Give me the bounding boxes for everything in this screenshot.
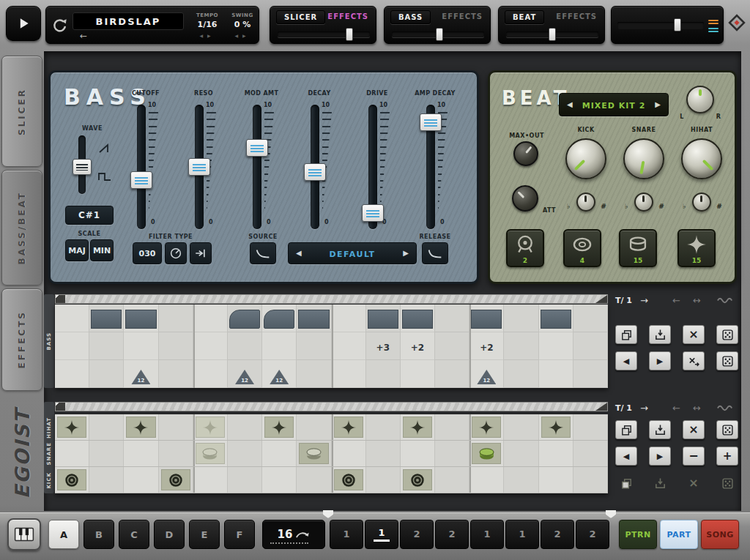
hit-kick[interactable]	[57, 469, 86, 490]
snare-step-6[interactable]	[228, 441, 262, 466]
channel-fx-toggle[interactable]: EFFECTS	[556, 12, 597, 20]
hihat-step-5[interactable]	[193, 414, 228, 440]
kick-step-16[interactable]	[573, 467, 608, 493]
bass-seq-ruler[interactable]	[55, 294, 608, 304]
note-bar[interactable]	[402, 310, 433, 329]
kick-step-4[interactable]	[159, 467, 193, 493]
keyboard-button[interactable]	[7, 518, 41, 550]
bass-step-10[interactable]: +3	[366, 305, 401, 388]
hit-kick[interactable]	[334, 469, 363, 490]
channel-name-button[interactable]: BASS	[390, 10, 431, 24]
hihat-step-7[interactable]	[262, 414, 297, 440]
hihat-step-16[interactable]	[573, 414, 608, 440]
fader-track[interactable]	[253, 105, 261, 229]
bass-step-9[interactable]	[332, 305, 366, 388]
hihat-step-6[interactable]	[228, 414, 262, 440]
plus-button[interactable]: +	[716, 447, 738, 466]
snare-step-10[interactable]	[366, 441, 401, 466]
snare-step-3[interactable]	[124, 441, 158, 466]
bass-step-14[interactable]	[504, 305, 538, 388]
master-slider-track[interactable]	[617, 22, 704, 29]
nudge-right-icon[interactable]: →	[640, 403, 648, 413]
bass-step-5[interactable]	[193, 305, 228, 388]
loop-end-handle[interactable]	[595, 403, 607, 411]
kick-step-10[interactable]	[366, 467, 401, 493]
filter-route-button[interactable]	[190, 242, 212, 264]
snare-step-5[interactable]	[193, 441, 228, 466]
snare-step-15[interactable]	[539, 441, 573, 466]
hihat-step-4[interactable]	[159, 414, 193, 440]
copy-button[interactable]	[615, 420, 637, 439]
wave-mode-icon[interactable]	[716, 296, 734, 305]
fader-handle[interactable]	[130, 171, 152, 189]
note-bar[interactable]	[298, 310, 329, 329]
beat-seq-ruler[interactable]	[55, 402, 608, 411]
kick-step-14[interactable]	[504, 467, 538, 493]
hit-snare[interactable]	[472, 443, 501, 464]
bass-step-2[interactable]	[89, 305, 124, 388]
filter-value-display[interactable]: 030	[133, 242, 162, 264]
clear-button[interactable]: ×	[683, 325, 705, 344]
bass-step-4[interactable]	[159, 305, 193, 388]
fader-handle[interactable]	[246, 139, 268, 157]
tri-left-button[interactable]: ◀	[615, 447, 637, 466]
length-display[interactable]: 16	[262, 520, 325, 549]
bar-7[interactable]: 2	[541, 520, 574, 549]
kick-step-15[interactable]	[539, 467, 573, 493]
hihat-step-3[interactable]	[124, 414, 158, 440]
snare-step-4[interactable]	[159, 441, 193, 466]
kick-step-6[interactable]	[228, 467, 262, 493]
pattern-C[interactable]: C	[119, 520, 149, 549]
snare-step-7[interactable]	[262, 441, 297, 466]
kick-step-11[interactable]	[401, 467, 435, 493]
hihat-step-8[interactable]	[297, 414, 331, 440]
tab-bass-beat[interactable]: BASS/BEAT	[1, 170, 42, 285]
tri-left-button[interactable]: ◀	[615, 351, 637, 370]
slide-marker[interactable]: 12	[477, 370, 496, 384]
fader-handle[interactable]	[362, 204, 384, 222]
hit-hihat[interactable]	[264, 417, 294, 438]
mode-part[interactable]: PART	[660, 520, 698, 549]
bar-1[interactable]: 1	[330, 520, 363, 549]
hihat-step-1[interactable]	[55, 414, 89, 440]
snare-step-9[interactable]	[332, 441, 366, 466]
hit-kick[interactable]	[161, 469, 190, 490]
loop-start-handle[interactable]	[56, 403, 65, 411]
kick-step-5[interactable]	[193, 467, 228, 493]
bar-4[interactable]: 2	[435, 520, 469, 549]
release-env-button[interactable]	[422, 242, 448, 264]
copy-button[interactable]	[615, 325, 637, 344]
bass-step-16[interactable]	[573, 305, 608, 388]
note-bar[interactable]	[229, 310, 260, 329]
pattern-D[interactable]: D	[154, 520, 185, 549]
bar-6[interactable]: 1	[505, 520, 539, 549]
hit-hihat[interactable]	[196, 417, 225, 438]
kick-step-13[interactable]	[469, 467, 504, 493]
hit-snare[interactable]	[299, 443, 328, 464]
channel-fx-toggle[interactable]: EFFECTS	[327, 12, 368, 20]
kick-step-12[interactable]	[435, 467, 469, 493]
bass-step-7[interactable]: 12	[262, 305, 297, 388]
nudge-right-icon[interactable]: →	[640, 296, 648, 305]
hit-hihat[interactable]	[57, 417, 86, 438]
bar-3[interactable]: 2	[400, 520, 434, 549]
bass-step-6[interactable]: 12	[228, 305, 262, 388]
mode-ptrn[interactable]: PTRN	[619, 520, 657, 549]
hihat-step-12[interactable]	[435, 414, 469, 440]
tab-effects[interactable]: EFFECTS	[1, 288, 42, 391]
hihat-step-9[interactable]	[332, 414, 366, 440]
fader-handle[interactable]	[420, 113, 442, 131]
loop-start-handle[interactable]	[56, 295, 65, 303]
hihat-step-13[interactable]	[469, 414, 504, 440]
bar-5[interactable]: 1	[470, 520, 504, 549]
snare-step-14[interactable]	[504, 441, 538, 466]
kick-step-8[interactable]	[297, 467, 331, 493]
stretch-icon[interactable]: ↔	[693, 296, 701, 305]
preset-next-icon[interactable]: ▶	[403, 250, 409, 257]
filter-shape-button[interactable]	[165, 242, 187, 264]
snare-step-8[interactable]	[297, 441, 331, 466]
clear-shift-button[interactable]	[683, 351, 705, 370]
fader-handle[interactable]	[188, 158, 210, 176]
channel-slider-handle[interactable]	[436, 28, 443, 41]
dice-button[interactable]	[716, 420, 738, 439]
